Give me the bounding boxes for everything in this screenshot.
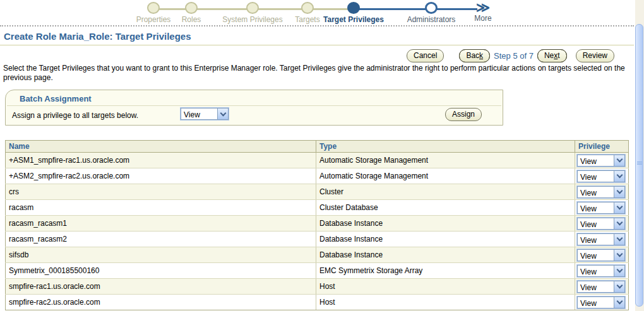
privilege-select-value: View — [578, 281, 614, 292]
dropdown-arrow-icon[interactable] — [614, 266, 624, 276]
table-row: Symmetrix_000185500160 EMC Symmetrix Sto… — [6, 263, 629, 279]
privilege-cell: View — [575, 216, 629, 232]
page: Properties Roles System Privileges Targe… — [0, 0, 644, 311]
privilege-select[interactable]: View — [577, 202, 625, 214]
privilege-cell: View — [575, 263, 629, 279]
target-type-cell: Host — [316, 295, 575, 310]
cancel-button[interactable]: Cancel — [407, 49, 444, 62]
privilege-cell: View — [575, 295, 629, 310]
target-name-cell: racasm_racasm1 — [6, 216, 316, 232]
privilege-cell: View — [575, 279, 629, 295]
next-label-end: t — [558, 51, 559, 60]
privilege-cell: View — [575, 232, 629, 247]
batch-assignment-label: Assign a privilege to all targets below. — [12, 111, 138, 120]
privilege-select[interactable]: View — [577, 170, 625, 182]
privilege-select[interactable]: View — [577, 155, 625, 167]
target-type-cell: Host — [316, 279, 575, 295]
target-name-cell: crs — [6, 184, 316, 200]
dropdown-arrow-icon[interactable] — [614, 218, 624, 229]
table-row: racasm Cluster Database View — [6, 200, 629, 216]
workflow-train: Properties Roles System Privileges Targe… — [0, 0, 635, 25]
dropdown-arrow-icon[interactable] — [614, 202, 624, 213]
batch-assignment-title: Batch Assignment — [6, 90, 503, 105]
privilege-select[interactable]: View — [577, 281, 625, 293]
column-header-name: Name — [6, 141, 316, 153]
more-chevron-icon: ≫ — [436, 2, 530, 14]
target-name-cell: racasm — [6, 200, 316, 216]
target-type-cell: Automatic Storage Management — [316, 153, 575, 168]
target-type-cell: Cluster — [316, 184, 575, 200]
dropdown-arrow-icon[interactable] — [614, 187, 624, 197]
privilege-select-value: View — [578, 218, 614, 229]
privilege-select[interactable]: View — [577, 186, 625, 198]
privilege-cell: View — [575, 153, 629, 168]
column-header-type: Type — [316, 141, 575, 153]
target-name-cell: smpfire-rac1.us.oracle.com — [6, 279, 316, 295]
privilege-select-value: View — [578, 171, 614, 182]
privilege-select[interactable]: View — [577, 218, 625, 230]
table-row: +ASM1_smpfire-rac1.us.oracle.com Automat… — [6, 153, 629, 168]
step-label: More — [436, 14, 530, 23]
batch-divider — [7, 105, 501, 106]
dropdown-arrow-icon[interactable] — [614, 234, 624, 245]
target-type-cell: Cluster Database — [316, 200, 575, 216]
target-name-cell: +ASM1_smpfire-rac1.us.oracle.com — [6, 153, 316, 168]
privilege-select-value: View — [578, 297, 614, 308]
train-step-more[interactable]: ≫ More — [436, 2, 530, 23]
back-accesskey: k — [479, 51, 483, 60]
dropdown-arrow-icon[interactable] — [217, 109, 228, 119]
column-header-privilege: Privilege — [575, 141, 629, 153]
back-label: Bac — [466, 51, 479, 60]
table-row: smpfire-rac1.us.oracle.com Host View — [6, 279, 629, 295]
action-bar: Cancel Back Step 5 of 7 Next Review — [407, 49, 614, 62]
scrollbar-thumb[interactable] — [635, 24, 643, 307]
vertical-scrollbar[interactable] — [635, 0, 644, 311]
target-type-cell: Automatic Storage Management — [316, 168, 575, 184]
table-row: smpfire-rac2.us.oracle.com Host View — [6, 295, 629, 310]
privilege-select-value: View — [578, 250, 614, 261]
back-button[interactable]: Back — [459, 49, 490, 62]
dropdown-arrow-icon[interactable] — [614, 171, 624, 182]
privilege-select-value: View — [578, 202, 614, 213]
batch-privilege-select[interactable]: View — [181, 108, 229, 120]
privilege-select[interactable]: View — [577, 249, 625, 261]
page-title: Create Role Maria_Role: Target Privilege… — [4, 31, 191, 42]
table-row: racasm_racasm2 Database Instance View — [6, 232, 629, 247]
privilege-select-value: View — [578, 187, 614, 197]
dotted-separator — [0, 25, 634, 26]
table-row: sifsdb Database Instance View — [6, 247, 629, 263]
dropdown-arrow-icon[interactable] — [614, 297, 624, 308]
review-button[interactable]: Review — [576, 49, 614, 62]
step-circle-current-icon — [347, 2, 360, 14]
batch-privilege-select-value: View — [181, 109, 217, 119]
next-label: Ne — [544, 51, 554, 60]
privilege-select[interactable]: View — [577, 296, 625, 308]
dropdown-arrow-icon[interactable] — [614, 281, 624, 292]
privilege-cell: View — [575, 168, 629, 184]
table-row: +ASM2_smpfire-rac2.us.oracle.com Automat… — [6, 168, 629, 184]
privilege-select[interactable]: View — [577, 233, 625, 245]
table-header-row: Name Type Privilege — [6, 141, 629, 153]
target-name-cell: racasm_racasm2 — [6, 232, 316, 247]
target-type-cell: Database Instance — [316, 232, 575, 247]
table-row: racasm_racasm1 Database Instance View — [6, 216, 629, 232]
target-name-cell: sifsdb — [6, 247, 316, 263]
privilege-select-value: View — [578, 155, 614, 166]
privilege-cell: View — [575, 247, 629, 263]
next-button[interactable]: Next — [537, 49, 567, 62]
target-privileges-table: Name Type Privilege +ASM1_smpfire-rac1.u… — [5, 140, 629, 310]
dropdown-arrow-icon[interactable] — [614, 155, 624, 166]
privilege-select[interactable]: View — [577, 265, 625, 277]
assign-button[interactable]: Assign — [445, 108, 482, 121]
step-circle-icon — [185, 2, 198, 14]
target-name-cell: +ASM2_smpfire-rac2.us.oracle.com — [6, 168, 316, 184]
target-type-cell: Database Instance — [316, 216, 575, 232]
scrollbar-grip-icon — [636, 161, 643, 165]
dropdown-arrow-icon[interactable] — [614, 250, 624, 261]
table-row: crs Cluster View — [6, 184, 629, 200]
privilege-select-value: View — [578, 234, 614, 245]
title-rule — [0, 45, 634, 45]
target-name-cell: smpfire-rac2.us.oracle.com — [6, 295, 316, 310]
step-circle-icon — [246, 2, 259, 14]
target-name-cell: Symmetrix_000185500160 — [6, 263, 316, 279]
